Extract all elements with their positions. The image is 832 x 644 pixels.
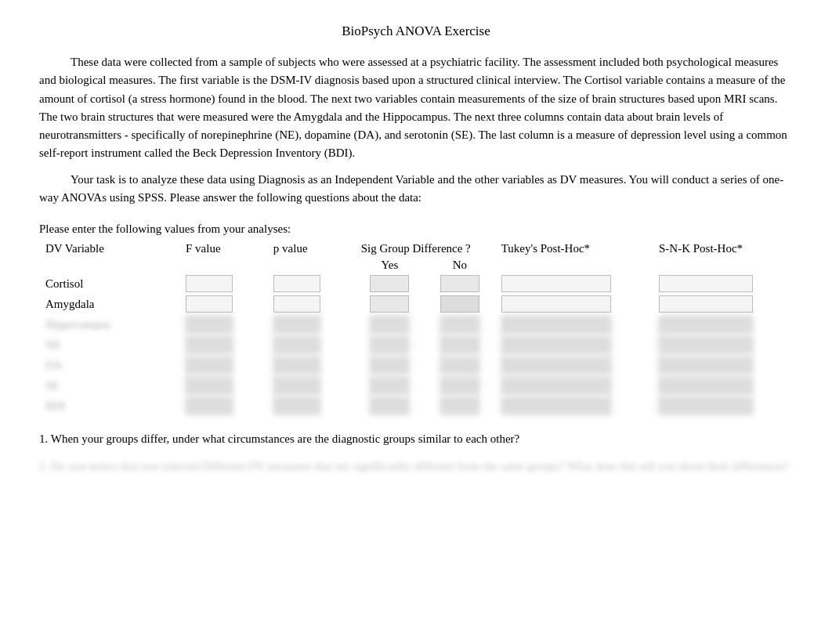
intro-paragraph: These data were collected from a sample … — [39, 53, 793, 163]
table-row-se: SE — [39, 375, 793, 396]
p-input-cortisol[interactable] — [267, 273, 355, 294]
table-row: Cortisol — [39, 273, 793, 294]
tukey-amygdala[interactable] — [495, 294, 653, 314]
table-row-bdi: BDI — [39, 396, 793, 416]
header-tukey: Tukey's Post-Hoc* — [495, 241, 653, 257]
header-p: p value — [267, 241, 355, 257]
snk-amygdala[interactable] — [653, 294, 793, 314]
table-row-ne: NE — [39, 335, 793, 355]
snk-cortisol[interactable] — [653, 273, 793, 294]
anova-table: DV Variable F value p value Sig Group Di… — [39, 241, 793, 416]
page-title: BioPsych ANOVA Exercise — [39, 24, 793, 39]
f-input-amygdala[interactable] — [179, 294, 267, 314]
dv-label-hippocampus: Hippocampus — [39, 314, 179, 335]
table-row-da: DA — [39, 355, 793, 375]
header-snk: S-N-K Post-Hoc* — [653, 241, 793, 257]
dv-label-cortisol: Cortisol — [39, 273, 179, 294]
header-sig: Sig Group Difference ? — [355, 241, 495, 257]
header-f: F value — [179, 241, 267, 257]
dv-label-amygdala: Amygdala — [39, 294, 179, 314]
question2-text: 2. Do you notice that you selected Diffe… — [39, 458, 793, 476]
task-paragraph: Your task is to analyze these data using… — [39, 171, 793, 208]
no-amygdala[interactable] — [425, 294, 494, 314]
yes-cortisol[interactable] — [355, 273, 425, 294]
table-row-hippocampus: Hippocampus — [39, 314, 793, 335]
section-label: Please enter the following values from y… — [39, 223, 793, 236]
f-input-cortisol[interactable] — [179, 273, 267, 294]
table-row: Amygdala — [39, 294, 793, 314]
question1-text: 1. When your groups differ, under what c… — [39, 430, 793, 448]
header-yes: Yes — [355, 257, 425, 273]
tukey-cortisol[interactable] — [495, 273, 653, 294]
yes-amygdala[interactable] — [355, 294, 425, 314]
header-no: No — [425, 257, 494, 273]
no-cortisol[interactable] — [425, 273, 494, 294]
header-dv: DV Variable — [39, 241, 179, 257]
p-input-amygdala[interactable] — [267, 294, 355, 314]
